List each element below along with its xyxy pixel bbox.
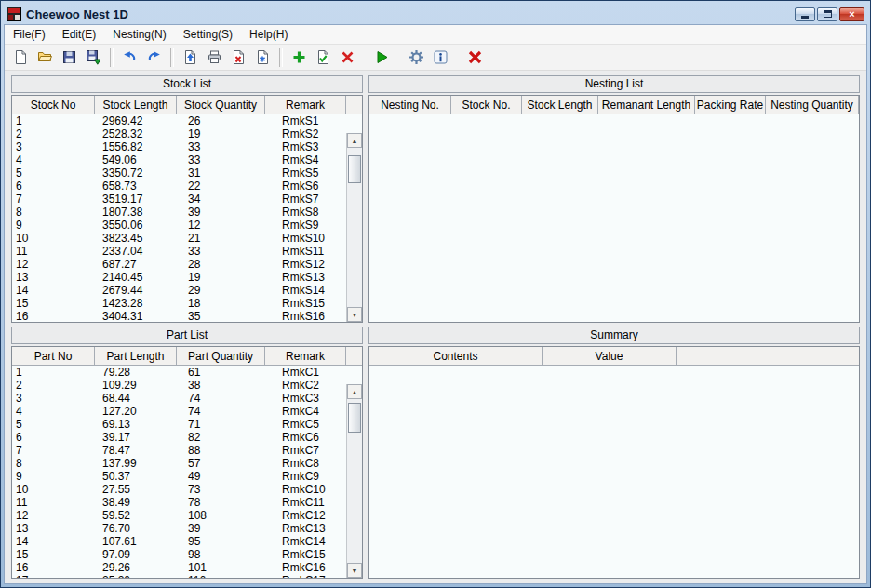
table-row[interactable]: 14107.6195RmkC14 [12,535,346,548]
table-row[interactable]: 1376.7039RmkC13 [12,522,346,535]
column-header-stock-length[interactable]: Stock Length [95,96,177,114]
minimize-button[interactable] [795,7,815,21]
table-row[interactable]: 1259.52108RmkC12 [12,509,346,522]
add-button[interactable] [288,47,311,69]
redo-icon [146,49,162,65]
scroll-down-button[interactable]: ▼ [347,563,362,578]
table-cell: 6 [12,180,95,193]
table-row[interactable]: 2109.2938RmkC2 [12,379,346,392]
table-row[interactable]: 6658.7322RmkS6 [12,180,346,193]
table-row[interactable]: 132140.4519RmkS13 [12,271,346,284]
table-row[interactable]: 368.4474RmkC3 [12,392,346,405]
column-header-packing-rate[interactable]: Packing Rate [695,96,766,114]
scroll-thumb[interactable] [348,403,361,433]
print-button[interactable] [203,47,226,69]
table-row[interactable]: 81807.3839RmkS8 [12,206,346,219]
exit-button[interactable] [463,47,487,69]
table-row[interactable]: 103823.4521RmkS10 [12,232,346,245]
scroll-thumb[interactable] [348,155,361,183]
column-header-part-quantity[interactable]: Part Quantity [177,347,265,366]
column-header-stock-no[interactable]: Stock No [12,96,95,114]
column-header-remanant-length[interactable]: Remanant Length [598,96,695,114]
delete-row-button[interactable] [227,47,250,69]
close-button[interactable]: × [839,7,864,21]
scroll-down-button[interactable]: ▼ [347,307,362,322]
table-row[interactable]: 1027.5573RmkC10 [12,483,346,496]
stock-list-scrollbar[interactable]: ▲ ▼ [346,133,362,322]
remove-button[interactable] [336,47,359,69]
table-cell: 2 [12,379,95,392]
properties-button[interactable] [251,47,275,69]
open-button[interactable] [34,47,57,69]
table-row[interactable]: 12969.4226RmkS1 [12,114,346,127]
table-row[interactable]: 4127.2074RmkC4 [12,405,346,418]
undo-button[interactable] [118,47,141,69]
table-row[interactable]: 12687.2728RmkS12 [12,258,346,271]
menu-file[interactable]: File(F) [5,26,54,43]
check-button[interactable] [312,47,335,69]
column-header-contents[interactable]: Contents [369,347,543,366]
table-row[interactable]: 22528.3219RmkS2 [12,127,346,140]
settings-button[interactable] [405,47,428,69]
column-header-stock-length[interactable]: Stock Length [522,96,598,114]
table-cell: RmkC12 [265,509,346,522]
part-list-scrollbar[interactable]: ▲ ▼ [346,384,362,578]
menu-setting[interactable]: Setting(S) [175,26,241,43]
info-button[interactable] [429,47,452,69]
column-header-stock-quantity[interactable]: Stock Quantity [177,96,265,114]
table-row[interactable]: 950.3749RmkC9 [12,470,346,483]
scroll-up-button[interactable]: ▲ [347,384,362,399]
table-row[interactable]: 1138.4978RmkC11 [12,496,346,509]
maximize-button[interactable] [817,7,838,21]
table-row[interactable]: 53350.7231RmkS5 [12,167,346,180]
table-cell: 79.28 [95,366,177,379]
table-row[interactable]: 163404.3135RmkS16 [12,310,346,322]
table-row[interactable]: 93550.0612RmkS9 [12,219,346,232]
table-row[interactable]: 778.4788RmkC7 [12,444,346,457]
table-cell: RmkS1 [265,114,346,127]
table-row[interactable]: 8137.9957RmkC8 [12,457,346,470]
redo-button[interactable] [142,47,166,69]
save-as-button[interactable] [82,47,105,69]
table-cell: RmkS7 [265,193,346,206]
run-nesting-button[interactable] [370,47,394,69]
import-button[interactable] [179,47,202,69]
table-cell: 16 [12,561,95,574]
table-row[interactable]: 4549.0633RmkS4 [12,154,346,167]
table-row[interactable]: 179.2861RmkC1 [12,366,346,379]
table-cell: 15 [12,548,95,561]
column-header-part-no[interactable]: Part No [12,347,95,366]
menu-edit[interactable]: Edit(E) [54,26,105,43]
table-row[interactable]: 73519.1734RmkS7 [12,193,346,206]
table-cell: 101 [177,561,265,574]
save-button[interactable] [58,47,81,69]
menu-help[interactable]: Help(H) [241,26,296,43]
table-row[interactable]: 1629.26101RmkC16 [12,561,346,574]
column-header-stock-no[interactable]: Stock No. [451,96,522,114]
table-row[interactable]: 151423.2818RmkS15 [12,297,346,310]
table-cell: 14 [12,284,95,297]
stock-rows: 12969.4226RmkS122528.3219RmkS231556.8233… [12,114,346,322]
table-cell: 109.29 [95,379,177,392]
column-header-remark[interactable]: Remark [265,96,346,114]
table-row[interactable]: 639.1782RmkC6 [12,431,346,444]
column-header-nesting-quantity[interactable]: Nesting Quantity [766,96,859,114]
table-cell: 3519.17 [95,193,177,206]
table-cell: RmkC10 [265,483,346,496]
table-row[interactable]: 1597.0998RmkC15 [12,548,346,561]
table-row[interactable]: 31556.8233RmkS3 [12,140,346,154]
table-row[interactable]: 569.1371RmkC5 [12,418,346,431]
column-header-part-length[interactable]: Part Length [95,347,177,366]
summary-rows [369,366,859,578]
scroll-up-button[interactable]: ▲ [347,133,362,148]
column-header-value[interactable]: Value [543,347,677,366]
table-row[interactable]: 142679.4429RmkS14 [12,284,346,297]
new-button[interactable] [9,47,33,69]
menu-nesting[interactable]: Nesting(N) [104,26,174,43]
table-cell: 19 [177,127,265,140]
column-header-nesting-no[interactable]: Nesting No. [369,96,451,114]
table-cell: 12 [12,258,95,271]
table-row[interactable]: 1725.20116RmkC17 [12,574,346,578]
table-row[interactable]: 112337.0433RmkS11 [12,245,346,258]
column-header-remark[interactable]: Remark [265,347,346,366]
